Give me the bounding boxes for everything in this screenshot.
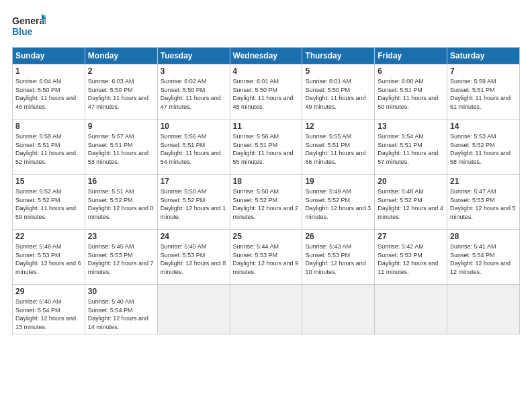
svg-text:General: General bbox=[12, 15, 46, 26]
day-number: 14 bbox=[450, 122, 517, 131]
day-info: Sunrise: 5:56 AM Sunset: 5:51 PM Dayligh… bbox=[161, 132, 227, 166]
day-info: Sunrise: 5:49 AM Sunset: 5:52 PM Dayligh… bbox=[305, 187, 371, 221]
day-info: Sunrise: 6:01 AM Sunset: 5:50 PM Dayligh… bbox=[233, 77, 300, 111]
calendar-col-header: Friday bbox=[375, 48, 447, 64]
day-info: Sunrise: 5:57 AM Sunset: 5:51 PM Dayligh… bbox=[88, 132, 154, 166]
day-number: 5 bbox=[305, 66, 371, 76]
calendar-table: SundayMondayTuesdayWednesdayThursdayFrid… bbox=[12, 47, 520, 334]
day-info: Sunrise: 5:46 AM Sunset: 5:53 PM Dayligh… bbox=[15, 242, 82, 276]
day-number: 30 bbox=[88, 287, 154, 296]
day-number: 21 bbox=[450, 177, 517, 186]
calendar-day-cell: 13 Sunrise: 5:54 AM Sunset: 5:51 PM Dayl… bbox=[375, 120, 447, 175]
calendar-day-cell bbox=[375, 285, 447, 334]
day-number: 3 bbox=[161, 66, 227, 76]
day-info: Sunrise: 5:44 AM Sunset: 5:53 PM Dayligh… bbox=[233, 242, 300, 276]
calendar-col-header: Tuesday bbox=[157, 48, 230, 64]
calendar-day-cell: 10 Sunrise: 5:56 AM Sunset: 5:51 PM Dayl… bbox=[157, 120, 230, 175]
calendar-week-row: 1 Sunrise: 6:04 AM Sunset: 5:50 PM Dayli… bbox=[13, 64, 520, 120]
calendar-day-cell: 12 Sunrise: 5:55 AM Sunset: 5:51 PM Dayl… bbox=[302, 120, 375, 175]
calendar-col-header: Sunday bbox=[13, 48, 85, 64]
day-number: 28 bbox=[450, 232, 517, 241]
day-info: Sunrise: 5:54 AM Sunset: 5:51 PM Dayligh… bbox=[378, 132, 444, 166]
calendar-day-cell: 18 Sunrise: 5:50 AM Sunset: 5:52 PM Dayl… bbox=[230, 175, 302, 230]
day-number: 16 bbox=[88, 177, 154, 186]
day-info: Sunrise: 6:02 AM Sunset: 5:50 PM Dayligh… bbox=[161, 77, 227, 111]
calendar-day-cell: 15 Sunrise: 5:52 AM Sunset: 5:52 PM Dayl… bbox=[13, 175, 85, 230]
day-info: Sunrise: 5:45 AM Sunset: 5:53 PM Dayligh… bbox=[88, 242, 154, 276]
calendar-header-row: SundayMondayTuesdayWednesdayThursdayFrid… bbox=[13, 48, 520, 64]
day-info: Sunrise: 5:53 AM Sunset: 5:52 PM Dayligh… bbox=[450, 132, 517, 166]
calendar-col-header: Thursday bbox=[302, 48, 375, 64]
svg-text:Blue: Blue bbox=[12, 26, 33, 37]
header: General Blue bbox=[12, 12, 520, 40]
day-number: 23 bbox=[88, 232, 154, 241]
day-info: Sunrise: 6:00 AM Sunset: 5:51 PM Dayligh… bbox=[378, 77, 444, 111]
day-info: Sunrise: 5:50 AM Sunset: 5:52 PM Dayligh… bbox=[161, 187, 227, 221]
day-number: 7 bbox=[450, 66, 517, 76]
calendar-day-cell: 5 Sunrise: 6:01 AM Sunset: 5:50 PM Dayli… bbox=[302, 64, 375, 120]
calendar-day-cell: 16 Sunrise: 5:51 AM Sunset: 5:52 PM Dayl… bbox=[85, 175, 157, 230]
day-info: Sunrise: 5:56 AM Sunset: 5:51 PM Dayligh… bbox=[233, 132, 300, 166]
day-info: Sunrise: 5:47 AM Sunset: 5:53 PM Dayligh… bbox=[450, 187, 517, 221]
day-info: Sunrise: 5:58 AM Sunset: 5:51 PM Dayligh… bbox=[15, 132, 82, 166]
calendar-day-cell: 23 Sunrise: 5:45 AM Sunset: 5:53 PM Dayl… bbox=[85, 230, 157, 285]
day-number: 19 bbox=[305, 177, 371, 186]
calendar-day-cell: 2 Sunrise: 6:03 AM Sunset: 5:50 PM Dayli… bbox=[85, 64, 157, 120]
calendar-week-row: 15 Sunrise: 5:52 AM Sunset: 5:52 PM Dayl… bbox=[13, 175, 520, 230]
day-number: 17 bbox=[161, 177, 227, 186]
day-number: 15 bbox=[15, 177, 82, 186]
day-info: Sunrise: 5:52 AM Sunset: 5:52 PM Dayligh… bbox=[15, 187, 82, 221]
calendar-day-cell: 9 Sunrise: 5:57 AM Sunset: 5:51 PM Dayli… bbox=[85, 120, 157, 175]
calendar-day-cell: 26 Sunrise: 5:43 AM Sunset: 5:53 PM Dayl… bbox=[302, 230, 375, 285]
day-number: 20 bbox=[378, 177, 444, 186]
calendar-day-cell bbox=[157, 285, 230, 334]
calendar-day-cell: 4 Sunrise: 6:01 AM Sunset: 5:50 PM Dayli… bbox=[230, 64, 302, 120]
day-number: 8 bbox=[15, 122, 82, 131]
day-number: 4 bbox=[233, 66, 300, 76]
page: General Blue SundayMondayTuesdayWednesda… bbox=[0, 0, 532, 341]
calendar-week-row: 8 Sunrise: 5:58 AM Sunset: 5:51 PM Dayli… bbox=[13, 120, 520, 175]
calendar-day-cell: 1 Sunrise: 6:04 AM Sunset: 5:50 PM Dayli… bbox=[13, 64, 85, 120]
logo-svg: General Blue bbox=[12, 12, 46, 40]
calendar-day-cell: 29 Sunrise: 5:40 AM Sunset: 5:54 PM Dayl… bbox=[13, 285, 85, 334]
day-info: Sunrise: 5:45 AM Sunset: 5:53 PM Dayligh… bbox=[161, 242, 227, 276]
calendar-day-cell: 7 Sunrise: 5:59 AM Sunset: 5:51 PM Dayli… bbox=[447, 64, 520, 120]
day-info: Sunrise: 5:50 AM Sunset: 5:52 PM Dayligh… bbox=[233, 187, 300, 221]
day-number: 6 bbox=[378, 66, 444, 76]
day-info: Sunrise: 6:03 AM Sunset: 5:50 PM Dayligh… bbox=[88, 77, 154, 111]
day-info: Sunrise: 5:42 AM Sunset: 5:53 PM Dayligh… bbox=[378, 242, 444, 276]
day-number: 2 bbox=[88, 66, 154, 76]
calendar-col-header: Wednesday bbox=[230, 48, 302, 64]
calendar-day-cell bbox=[302, 285, 375, 334]
calendar-day-cell: 14 Sunrise: 5:53 AM Sunset: 5:52 PM Dayl… bbox=[447, 120, 520, 175]
calendar-day-cell: 22 Sunrise: 5:46 AM Sunset: 5:53 PM Dayl… bbox=[13, 230, 85, 285]
day-number: 22 bbox=[15, 232, 82, 241]
day-number: 29 bbox=[15, 287, 82, 296]
calendar-day-cell: 6 Sunrise: 6:00 AM Sunset: 5:51 PM Dayli… bbox=[375, 64, 447, 120]
calendar-day-cell: 17 Sunrise: 5:50 AM Sunset: 5:52 PM Dayl… bbox=[157, 175, 230, 230]
calendar-week-row: 22 Sunrise: 5:46 AM Sunset: 5:53 PM Dayl… bbox=[13, 230, 520, 285]
day-number: 24 bbox=[161, 232, 227, 241]
day-number: 1 bbox=[15, 66, 82, 76]
calendar-day-cell: 3 Sunrise: 6:02 AM Sunset: 5:50 PM Dayli… bbox=[157, 64, 230, 120]
day-number: 27 bbox=[378, 232, 444, 241]
day-number: 9 bbox=[88, 122, 154, 131]
day-info: Sunrise: 5:48 AM Sunset: 5:52 PM Dayligh… bbox=[378, 187, 444, 221]
calendar-day-cell: 30 Sunrise: 5:40 AM Sunset: 5:54 PM Dayl… bbox=[85, 285, 157, 334]
day-info: Sunrise: 6:04 AM Sunset: 5:50 PM Dayligh… bbox=[15, 77, 82, 111]
day-info: Sunrise: 5:40 AM Sunset: 5:54 PM Dayligh… bbox=[88, 298, 154, 331]
day-info: Sunrise: 5:59 AM Sunset: 5:51 PM Dayligh… bbox=[450, 77, 517, 111]
day-number: 12 bbox=[305, 122, 371, 131]
calendar-day-cell bbox=[447, 285, 520, 334]
day-number: 25 bbox=[233, 232, 300, 241]
day-number: 11 bbox=[233, 122, 300, 131]
calendar-week-row: 29 Sunrise: 5:40 AM Sunset: 5:54 PM Dayl… bbox=[13, 285, 520, 334]
day-info: Sunrise: 5:43 AM Sunset: 5:53 PM Dayligh… bbox=[305, 242, 371, 276]
day-info: Sunrise: 5:41 AM Sunset: 5:54 PM Dayligh… bbox=[450, 242, 517, 276]
calendar-day-cell bbox=[230, 285, 302, 334]
calendar-day-cell: 27 Sunrise: 5:42 AM Sunset: 5:53 PM Dayl… bbox=[375, 230, 447, 285]
calendar-day-cell: 24 Sunrise: 5:45 AM Sunset: 5:53 PM Dayl… bbox=[157, 230, 230, 285]
day-info: Sunrise: 5:55 AM Sunset: 5:51 PM Dayligh… bbox=[305, 132, 371, 166]
day-number: 10 bbox=[161, 122, 227, 131]
calendar-day-cell: 8 Sunrise: 5:58 AM Sunset: 5:51 PM Dayli… bbox=[13, 120, 85, 175]
